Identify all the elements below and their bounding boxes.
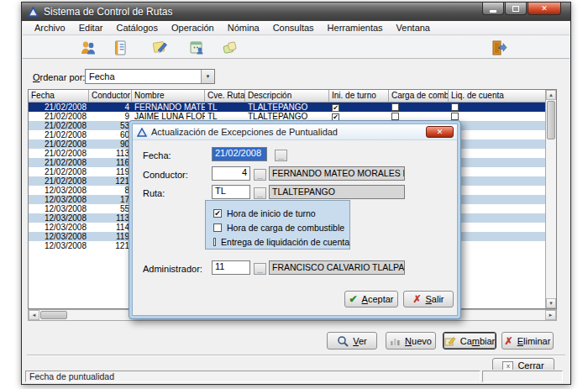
nuevo-button[interactable]: Nuevo <box>386 332 436 350</box>
column-header[interactable]: Ini. de turno <box>329 90 389 103</box>
column-header[interactable]: Carga de comb. <box>389 90 449 103</box>
table-cell: 119 <box>89 232 132 241</box>
eraser-icon[interactable] <box>221 39 239 57</box>
table-cell: 114 <box>89 223 132 232</box>
table-cell: ✔ <box>329 103 389 112</box>
table-cell <box>449 176 546 186</box>
checkbox-icon[interactable]: ✔ <box>213 209 222 218</box>
table-cell: 12/03/2008 <box>29 213 89 223</box>
fecha-lookup-button[interactable]: … <box>275 150 287 161</box>
sort-combobox[interactable]: Fecha ▼ <box>85 69 215 84</box>
fecha-input[interactable]: 21/02/2008 <box>212 147 267 161</box>
table-cell: 21/02/2008 <box>29 103 89 112</box>
menu-item-operacion[interactable]: Operación <box>165 22 221 34</box>
maximize-button[interactable] <box>505 3 527 15</box>
vertical-scrollbar[interactable]: ▲ ▼ <box>545 90 556 308</box>
menu-item-ventana[interactable]: Ventana <box>390 22 437 34</box>
exception-option[interactable]: Entrega de liquidación de cuenta <box>213 234 349 249</box>
table-cell: 60 <box>89 130 132 139</box>
table-cell: FERNANDO MATEO <box>132 103 205 112</box>
scroll-left-icon[interactable]: ◄ <box>29 310 39 320</box>
menu-item-editar[interactable]: Editar <box>72 22 110 34</box>
table-cell: 55 <box>89 204 132 213</box>
table-cell <box>449 167 546 176</box>
table-cell <box>449 103 546 112</box>
table-header: FechaConductorNombreCve. Ruta.Descripció… <box>29 90 556 103</box>
column-header[interactable]: Cve. Ruta. <box>205 90 245 103</box>
scroll-right-icon[interactable]: ► <box>545 310 556 320</box>
menu-bar: ArchivoEditarCatálogosOperaciónNóminaCon… <box>23 21 570 35</box>
table-cell <box>449 112 546 121</box>
close-button[interactable]: ✕ <box>528 3 561 15</box>
checkbox-label: Entrega de liquidación de cuenta <box>221 237 349 247</box>
menu-item-catalogos[interactable]: Catálogos <box>109 22 165 34</box>
fecha-label: Fecha: <box>143 150 171 160</box>
menu-item-consultas[interactable]: Consultas <box>266 22 321 34</box>
table-cell: 12/03/2008 <box>29 204 89 213</box>
aceptar-button[interactable]: ✔ Aceptar <box>344 291 398 308</box>
exception-option[interactable]: Hora de carga de combustible <box>213 220 349 234</box>
liq-cuenta-checkbox[interactable] <box>451 103 459 111</box>
ver-button[interactable]: Ver <box>327 332 377 350</box>
liq-cuenta-checkbox[interactable] <box>451 113 459 120</box>
status-bar: Fecha de puntualidad <box>22 370 570 383</box>
maximize-icon <box>512 6 519 12</box>
sort-label: Ordenar por: <box>33 72 85 82</box>
carga-comb-checkbox[interactable] <box>391 113 399 120</box>
table-cell <box>449 121 546 130</box>
column-header[interactable]: Fecha <box>29 90 89 103</box>
report-icon[interactable] <box>111 39 129 57</box>
menu-item-nomina[interactable]: Nómina <box>221 22 266 34</box>
table-cell: 17 <box>89 195 132 204</box>
title-bar[interactable]: Sistema de Control de Rutas ✕ <box>22 3 570 21</box>
checkbox-icon[interactable] <box>213 238 216 246</box>
ini-turno-checkbox[interactable]: ✔ <box>332 104 339 112</box>
administrador-name-display: FRANCISCO CALVARIO TLALPA <box>269 260 405 275</box>
divider <box>27 355 565 356</box>
horizontal-scroll-thumb[interactable] <box>40 311 67 319</box>
eliminar-button[interactable]: ✗ Eliminar <box>501 332 554 350</box>
ruta-input[interactable]: TL <box>212 185 250 199</box>
table-cell: TL <box>205 103 245 112</box>
dialog-title-bar[interactable]: Actualización de Excepciones de Puntuali… <box>133 124 457 140</box>
column-header[interactable]: Liq. de cuenta <box>449 90 546 103</box>
accept-check-icon: ✔ <box>349 293 358 305</box>
scroll-down-icon[interactable]: ▼ <box>546 298 556 308</box>
checkbox-icon[interactable] <box>213 223 222 232</box>
table-cell: 12/03/2008 <box>29 241 89 250</box>
table-cell: 8 <box>89 186 132 195</box>
administrador-input[interactable]: 11 <box>212 260 250 275</box>
cambiar-button[interactable]: Cambiar <box>443 332 496 350</box>
users-icon[interactable] <box>79 39 97 57</box>
table-cell <box>449 186 546 195</box>
column-header[interactable]: Nombre <box>132 90 205 103</box>
dialog-close-button[interactable]: ✕ <box>426 126 454 138</box>
table-cell <box>449 204 546 213</box>
column-header[interactable]: Conductor <box>89 90 132 103</box>
schedule-icon[interactable] <box>187 39 206 57</box>
scroll-up-icon[interactable]: ▲ <box>546 90 556 100</box>
exception-option[interactable]: ✔Hora de inicio de turno <box>213 206 349 220</box>
edit-note-icon[interactable] <box>151 39 170 57</box>
vertical-scroll-thumb[interactable] <box>547 101 555 139</box>
column-header[interactable]: Descripción <box>245 90 329 103</box>
table-cell <box>449 232 546 241</box>
chevron-down-icon[interactable]: ▼ <box>201 70 214 83</box>
conductor-lookup-button[interactable]: … <box>254 169 266 181</box>
carga-comb-checkbox[interactable] <box>391 103 399 111</box>
salir-button[interactable]: ✗ Salir <box>403 291 454 308</box>
exit-icon[interactable] <box>489 39 507 57</box>
menu-item-archivo[interactable]: Archivo <box>28 22 72 34</box>
table-cell <box>449 241 546 250</box>
dialog-close-icon: ✕ <box>437 128 444 136</box>
ruta-lookup-button[interactable]: … <box>254 187 266 199</box>
minimize-button[interactable] <box>482 3 504 15</box>
delete-icon: ✗ <box>505 335 513 347</box>
menu-item-herramientas[interactable]: Herramientas <box>321 22 390 34</box>
table-cell: 21/02/2008 <box>29 121 89 130</box>
table-cell <box>389 103 449 112</box>
administrador-lookup-button[interactable]: … <box>254 263 266 275</box>
conductor-input[interactable]: 4 <box>212 166 250 181</box>
table-row[interactable]: 21/02/20084FERNANDO MATEOTLTLALTEPANGO✔ <box>29 103 556 112</box>
magnifier-icon <box>337 335 349 347</box>
